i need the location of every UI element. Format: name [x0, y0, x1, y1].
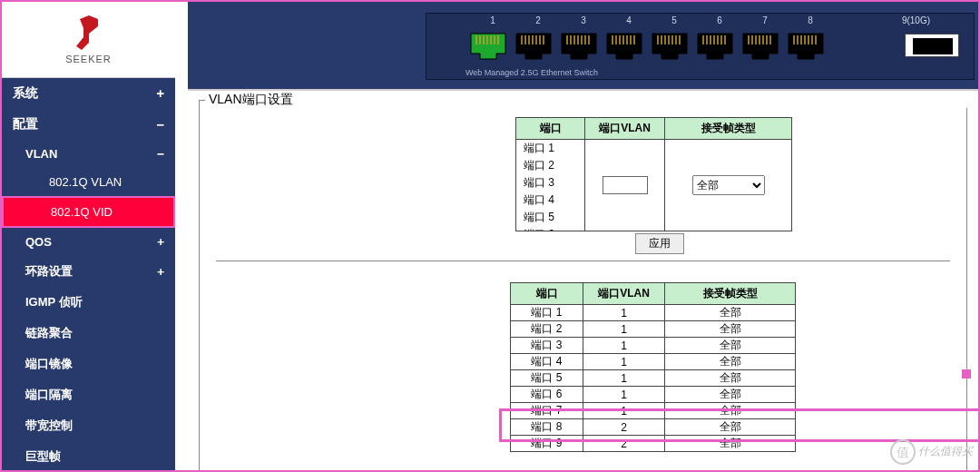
nav-system[interactable]: 系统+ — [2, 78, 175, 109]
cell-vlan: 2 — [583, 419, 665, 436]
section-divider — [216, 261, 950, 261]
nav-vlan[interactable]: VLAN− — [2, 140, 175, 168]
port-number: 8 — [791, 15, 829, 25]
status-header-vlan: 端口VLAN — [583, 283, 665, 305]
table-row: 端口 41全部 — [511, 354, 796, 370]
port-icon-row — [466, 26, 828, 63]
cell-type: 全部 — [665, 436, 796, 452]
nav-menu: 系统+ 配置− VLAN− 802.1Q VLAN 802.1Q VID QOS… — [2, 78, 175, 472]
cell-port: 端口 3 — [511, 338, 583, 354]
nav-bandwidth[interactable]: 带宽控制 — [2, 410, 175, 441]
nav-port-mirror[interactable]: 端口镜像 — [2, 349, 175, 379]
rj45-port-icon — [696, 26, 734, 63]
status-table-body: 端口 11全部端口 21全部端口 31全部端口 41全部端口 51全部端口 61… — [511, 305, 796, 452]
rj45-port-icon — [741, 26, 779, 63]
top-bar: 12345678 9(10G) Web Managed 2.5G Etherne… — [188, 2, 978, 91]
status-table: 端口 端口VLAN 接受帧类型 端口 11全部端口 21全部端口 31全部端口 … — [510, 282, 796, 452]
brand-logo: SEEKER — [2, 2, 175, 78]
cell-type: 全部 — [665, 354, 796, 370]
table-row: 端口 82全部 — [511, 419, 796, 436]
cell-type: 全部 — [665, 419, 796, 436]
cell-vlan: 1 — [583, 321, 665, 338]
port-option[interactable]: 端口 5 — [516, 209, 584, 226]
table-row: 端口 51全部 — [511, 370, 796, 387]
cfg-header-type: 接受帧类型 — [665, 118, 792, 140]
port-option[interactable]: 端口 4 — [516, 192, 584, 209]
port-select-list[interactable]: 端口 1端口 2端口 3端口 4端口 5端口 6端口 7端口 8端口 9 — [516, 140, 584, 231]
cell-port: 端口 9 — [511, 436, 583, 452]
cell-port: 端口 5 — [511, 370, 583, 387]
nav-port-isolate[interactable]: 端口隔离 — [2, 379, 175, 410]
cell-vlan: 1 — [583, 338, 665, 354]
table-row: 端口 92全部 — [511, 436, 796, 452]
port-number: 4 — [610, 15, 648, 25]
page-title: VLAN端口设置 — [205, 92, 972, 108]
table-row: 端口 71全部 — [511, 403, 796, 419]
cell-port: 端口 2 — [511, 321, 583, 338]
table-row: 端口 61全部 — [511, 387, 796, 403]
cell-vlan: 1 — [583, 387, 665, 403]
nav-jumbo[interactable]: 巨型帧 — [2, 441, 175, 472]
cell-vlan: 1 — [583, 370, 665, 387]
table-row: 端口 21全部 — [511, 321, 796, 338]
cell-vlan: 2 — [583, 436, 665, 452]
sfp-port-icon — [905, 34, 959, 57]
switch-diagram: 12345678 9(10G) Web Managed 2.5G Etherne… — [426, 13, 975, 80]
cfg-header-vlan: 端口VLAN — [585, 118, 665, 140]
switch-caption: Web Managed 2.5G Ethernet Switch — [466, 68, 598, 77]
cell-port: 端口 1 — [511, 305, 583, 321]
vlan-id-input[interactable] — [603, 176, 648, 194]
frame-type-select[interactable]: 全部 — [692, 175, 765, 195]
port-number: 5 — [655, 15, 693, 25]
nav-8021q-vid[interactable]: 802.1Q VID — [2, 196, 175, 228]
table-row: 端口 31全部 — [511, 338, 796, 354]
seeker-logo-icon — [73, 15, 105, 52]
cell-type: 全部 — [665, 403, 796, 419]
rj45-port-icon — [469, 26, 507, 63]
nav-config[interactable]: 配置− — [2, 109, 175, 140]
status-header-type: 接受帧类型 — [665, 283, 796, 305]
cell-port: 端口 7 — [511, 403, 583, 419]
port-option[interactable]: 端口 2 — [516, 157, 584, 174]
port-number: 6 — [701, 15, 739, 25]
cell-port: 端口 4 — [511, 354, 583, 370]
cell-type: 全部 — [665, 370, 796, 387]
port-number: 1 — [474, 15, 512, 25]
port-number-row: 12345678 — [470, 15, 833, 25]
expand-icon: + — [157, 265, 164, 279]
cell-port: 端口 6 — [511, 387, 583, 403]
rj45-port-icon — [560, 26, 598, 63]
cell-vlan: 1 — [583, 403, 665, 419]
port-number: 3 — [564, 15, 603, 25]
nav-link-agg[interactable]: 链路聚合 — [2, 318, 175, 349]
collapse-icon: − — [157, 117, 164, 132]
expand-icon: + — [157, 235, 164, 249]
table-row: 端口 11全部 — [511, 305, 796, 321]
cell-port: 端口 8 — [511, 419, 583, 436]
cell-vlan: 1 — [583, 305, 665, 321]
nav-8021q-vlan[interactable]: 802.1Q VLAN — [2, 168, 175, 196]
cell-vlan: 1 — [583, 354, 665, 370]
nav-loop[interactable]: 环路设置+ — [2, 256, 175, 287]
apply-button[interactable]: 应用 — [635, 233, 684, 254]
port-number: 2 — [519, 15, 557, 25]
status-header-port: 端口 — [511, 283, 583, 305]
port-option[interactable]: 端口 6 — [516, 226, 584, 231]
annotation-dot — [962, 369, 971, 379]
sidebar: SEEKER 系统+ 配置− VLAN− 802.1Q VLAN 802.1Q … — [2, 2, 181, 470]
port-option[interactable]: 端口 1 — [516, 140, 584, 157]
collapse-icon: − — [157, 147, 164, 161]
cfg-header-port: 端口 — [516, 118, 585, 140]
cell-type: 全部 — [665, 305, 796, 321]
sfp-label: 9(10G) — [902, 15, 930, 25]
cell-type: 全部 — [665, 338, 796, 354]
expand-icon: + — [157, 86, 164, 101]
brand-text: SEEKER — [65, 54, 112, 64]
port-option[interactable]: 端口 3 — [516, 174, 584, 192]
port-number: 7 — [746, 15, 784, 25]
nav-qos[interactable]: QOS+ — [2, 228, 175, 256]
rj45-port-icon — [787, 26, 825, 63]
rj45-port-icon — [514, 26, 553, 63]
nav-igmp[interactable]: IGMP 侦听 — [2, 287, 175, 318]
main-content: VLAN端口设置 端口 端口VLAN 接受帧类型 端口 1端口 2端口 3端口 … — [188, 91, 978, 470]
